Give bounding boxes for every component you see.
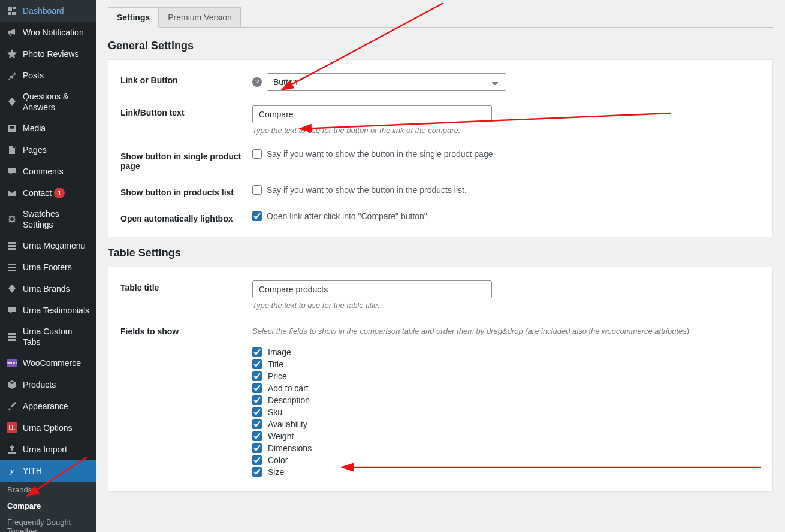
- sidebar-item-photo-reviews[interactable]: Photo Reviews: [0, 43, 96, 65]
- label-show-single: Show button in single product page: [120, 149, 252, 171]
- dashboard-icon: [7, 5, 17, 16]
- field-item[interactable]: Add to cart: [252, 382, 760, 394]
- gear-icon: [7, 214, 17, 225]
- sidebar-item-urna-megamenu[interactable]: Urna Megamenu: [0, 235, 96, 256]
- sidebar-item-label: Pages: [23, 144, 47, 155]
- grid-icon: [7, 262, 17, 273]
- sidebar-item-pages[interactable]: Pages: [0, 139, 96, 161]
- admin-sidebar: DashboardWoo NotificationPhoto ReviewsPo…: [0, 0, 96, 532]
- sidebar-item-appearance[interactable]: Appearance: [0, 395, 96, 417]
- sidebar-item-label: Photo Reviews: [23, 49, 78, 59]
- sidebar-item-label: Appearance: [23, 401, 68, 412]
- field-item[interactable]: Image: [252, 346, 760, 358]
- label-fields-to-show: Fields to show: [120, 324, 252, 336]
- field-label: Color: [268, 455, 288, 465]
- field-item[interactable]: Description: [252, 394, 760, 406]
- sidebar-item-urna-brands[interactable]: Urna Brands: [0, 278, 96, 300]
- table-title-desc: Type the text to use for the table title…: [252, 301, 760, 310]
- sidebar-item-label: Woo Notification: [23, 27, 84, 38]
- open-lightbox-checkbox[interactable]: [252, 211, 262, 221]
- woo-icon: woo: [7, 359, 17, 367]
- sidebar-item-urna-footers[interactable]: Urna Footers: [0, 256, 96, 278]
- field-item[interactable]: Size: [252, 466, 760, 478]
- tab-premium-version[interactable]: Premium Version: [159, 7, 241, 28]
- sidebar-item-label: Comments: [23, 166, 64, 177]
- link-button-text-input[interactable]: [252, 105, 492, 123]
- field-checkbox[interactable]: [252, 431, 262, 441]
- sidebar-item-label: Contact: [23, 188, 52, 198]
- field-checkbox[interactable]: [252, 359, 262, 369]
- label-link-button-text: Link/Button text: [120, 105, 252, 117]
- show-single-text: Say if you want to show the button in th…: [267, 149, 495, 159]
- sidebar-item-label: Urna Options: [23, 422, 72, 433]
- sidebar-item-questions-answers[interactable]: Questions & Answers: [0, 86, 96, 117]
- sidebar-item-urna-testimonials[interactable]: Urna Testimonials: [0, 300, 96, 321]
- diamond-icon: [7, 283, 17, 294]
- field-item[interactable]: Weight: [252, 430, 760, 442]
- sidebar-item-urna-import[interactable]: Urna Import: [0, 439, 96, 460]
- upload-icon: [7, 444, 17, 455]
- field-checkbox[interactable]: [252, 395, 262, 405]
- grid-icon: [7, 240, 17, 251]
- show-list-text: Say if you want to show the button in th…: [267, 185, 467, 195]
- cube-icon: [7, 379, 17, 390]
- field-label: Size: [268, 467, 284, 477]
- brush-icon: [7, 401, 17, 412]
- sidebar-item-dashboard[interactable]: Dashboard: [0, 0, 96, 22]
- field-checkbox[interactable]: [252, 443, 262, 453]
- field-checkbox[interactable]: [252, 371, 262, 381]
- fields-to-show-desc: Select the fields to show in the compari…: [252, 327, 760, 335]
- field-checkbox[interactable]: [252, 467, 262, 477]
- show-list-checkbox[interactable]: [252, 185, 262, 195]
- diamond-icon: [7, 96, 17, 107]
- media-icon: [7, 123, 17, 134]
- sidebar-subitem-compare[interactable]: Compare: [0, 498, 96, 514]
- field-label: Weight: [268, 431, 294, 441]
- label-show-list: Show button in products list: [120, 185, 252, 197]
- sidebar-item-label: YITH: [23, 466, 42, 476]
- sidebar-item-contact[interactable]: Contact1: [0, 182, 96, 204]
- sidebar-item-label: Swatches Settings: [23, 208, 91, 230]
- field-item[interactable]: Availability: [252, 418, 760, 430]
- help-icon[interactable]: ?: [252, 77, 262, 87]
- sidebar-item-urna-options[interactable]: U.Urna Options: [0, 417, 96, 439]
- field-item[interactable]: Color: [252, 454, 760, 466]
- field-item[interactable]: Dimensions: [252, 442, 760, 454]
- sidebar-item-label: Media: [23, 123, 46, 134]
- sidebar-item-woo-notification[interactable]: Woo Notification: [0, 22, 96, 43]
- sidebar-item-woocommerce[interactable]: wooWooCommerce: [0, 352, 96, 374]
- link-or-button-select[interactable]: Button: [267, 73, 506, 91]
- field-item[interactable]: Title: [252, 358, 760, 370]
- field-checkbox[interactable]: [252, 419, 262, 429]
- sidebar-item-label: Urna Custom Tabs: [23, 326, 91, 347]
- field-label: Title: [268, 359, 283, 369]
- sidebar-item-comments[interactable]: Comments: [0, 161, 96, 182]
- sidebar-item-swatches-settings[interactable]: Swatches Settings: [0, 204, 96, 235]
- field-label: Sku: [268, 407, 282, 417]
- sidebar-item-products[interactable]: Products: [0, 374, 96, 395]
- fields-list: ImageTitlePriceAdd to cartDescriptionSku…: [252, 346, 760, 478]
- sidebar-subitem-brands[interactable]: Brands: [0, 482, 96, 498]
- label-table-title: Table title: [120, 280, 252, 292]
- table-title-input[interactable]: [252, 280, 492, 298]
- sidebar-item-media[interactable]: Media: [0, 117, 96, 139]
- sidebar-subitem-frequently-bought-together[interactable]: Frequently Bought Together: [0, 514, 96, 532]
- show-single-checkbox[interactable]: [252, 149, 262, 159]
- tab-settings[interactable]: Settings: [108, 7, 159, 28]
- tab-bar: SettingsPremium Version: [108, 0, 773, 28]
- sidebar-item-label: Urna Footers: [23, 262, 72, 273]
- page-icon: [7, 144, 17, 155]
- field-checkbox[interactable]: [252, 455, 262, 465]
- field-checkbox[interactable]: [252, 347, 262, 357]
- sidebar-item-urna-custom-tabs[interactable]: Urna Custom Tabs: [0, 321, 96, 352]
- field-label: Image: [268, 347, 291, 357]
- field-item[interactable]: Sku: [252, 406, 760, 418]
- field-label: Availability: [268, 419, 307, 429]
- sidebar-item-posts[interactable]: Posts: [0, 65, 96, 86]
- field-item[interactable]: Price: [252, 370, 760, 382]
- field-checkbox[interactable]: [252, 383, 262, 393]
- sidebar-item-label: Posts: [23, 70, 44, 81]
- sidebar-item-yith[interactable]: yYITH: [0, 460, 96, 482]
- field-checkbox[interactable]: [252, 407, 262, 417]
- section-title-table: Table Settings: [108, 247, 773, 259]
